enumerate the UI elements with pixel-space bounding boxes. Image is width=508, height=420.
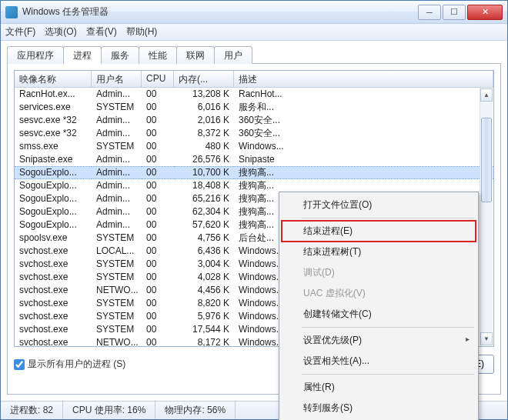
show-all-users-checkbox[interactable]: 显示所有用户的进程 (S) <box>14 358 125 371</box>
cell-memory: 4,756 K <box>174 232 234 245</box>
scroll-thumb[interactable] <box>481 118 492 202</box>
cell-memory: 26,576 K <box>174 153 234 166</box>
cell-cpu: 00 <box>142 101 174 114</box>
cell-cpu: 00 <box>142 323 174 336</box>
task-manager-window: Windows 任务管理器 ─ ☐ ✕ 文件(F) 选项(O) 查看(V) 帮助… <box>0 0 508 420</box>
cell-memory: 13,208 K <box>174 88 234 101</box>
cell-image-name: svchost.exe <box>15 323 92 336</box>
maximize-button[interactable]: ☐ <box>443 5 466 20</box>
cell-memory: 5,976 K <box>174 310 234 323</box>
cell-image-name: sesvc.exe *32 <box>15 114 92 127</box>
cell-user: SYSTEM <box>92 258 142 271</box>
menu-separator <box>302 327 474 328</box>
cell-cpu: 00 <box>142 114 174 127</box>
cell-image-name: SogouExplo... <box>15 166 92 179</box>
cell-image-name: SogouExplo... <box>15 192 92 205</box>
menu-view[interactable]: 查看(V) <box>86 25 117 38</box>
status-cpu-usage: CPU 使用率: 16% <box>63 402 155 419</box>
table-row[interactable]: SogouExplo...Admin...0010,700 K搜狗高... <box>15 166 493 179</box>
menu-options[interactable]: 选项(O) <box>45 25 76 38</box>
cell-memory: 62,304 K <box>174 205 234 218</box>
menu-end-process[interactable]: 结束进程(E) <box>282 221 476 242</box>
cell-cpu: 00 <box>142 205 174 218</box>
cell-image-name: svchost.exe <box>15 271 92 284</box>
cell-memory: 4,028 K <box>174 271 234 284</box>
cell-description: Snipaste <box>234 153 493 166</box>
cell-cpu: 00 <box>142 166 174 179</box>
cell-user: SYSTEM <box>92 232 142 245</box>
cell-cpu: 00 <box>142 310 174 323</box>
cell-memory: 3,004 K <box>174 258 234 271</box>
cell-memory: 10,700 K <box>174 166 234 179</box>
scroll-down-button[interactable]: ▼ <box>480 332 493 345</box>
menu-set-affinity[interactable]: 设置相关性(A)... <box>282 351 476 372</box>
close-button[interactable]: ✕ <box>467 5 503 20</box>
col-header-description[interactable]: 描述 <box>234 71 493 87</box>
cell-cpu: 00 <box>142 192 174 205</box>
tab-services[interactable]: 服务 <box>101 46 139 64</box>
minimize-button[interactable]: ─ <box>418 5 441 20</box>
menu-goto-service[interactable]: 转到服务(S) <box>282 398 476 418</box>
cell-user: Admin... <box>92 153 142 166</box>
menu-set-priority[interactable]: 设置优先级(P) <box>282 330 476 351</box>
table-row[interactable]: Snipaste.exeAdmin...0026,576 KSnipaste <box>15 153 493 166</box>
cell-image-name: svchost.exe <box>15 284 92 297</box>
cell-user: SYSTEM <box>92 101 142 114</box>
cell-image-name: RacnHot.ex... <box>15 88 92 101</box>
cell-memory: 4,456 K <box>174 284 234 297</box>
menu-debug: 调试(D) <box>282 262 476 283</box>
cell-memory: 18,408 K <box>174 179 234 192</box>
cell-memory: 8,172 K <box>174 336 234 347</box>
menu-create-dump[interactable]: 创建转储文件(C) <box>282 304 476 325</box>
col-header-memory[interactable]: 内存(... <box>174 71 234 87</box>
menu-properties[interactable]: 属性(R) <box>282 377 476 398</box>
cell-image-name: svchost.exe <box>15 310 92 323</box>
cell-memory: 6,016 K <box>174 101 234 114</box>
cell-user: Admin... <box>92 179 142 192</box>
tab-users[interactable]: 用户 <box>214 46 252 64</box>
menu-file[interactable]: 文件(F) <box>5 25 35 38</box>
cell-user: LOCAL... <box>92 245 142 258</box>
app-icon <box>5 6 18 18</box>
table-row[interactable]: sesvc.exe *32Admin...008,372 K360安全... <box>15 127 493 140</box>
cell-user: Admin... <box>92 114 142 127</box>
scroll-up-button[interactable]: ▲ <box>480 88 493 102</box>
show-all-users-input[interactable] <box>14 359 25 370</box>
tab-performance[interactable]: 性能 <box>139 46 177 64</box>
cell-cpu: 00 <box>142 127 174 140</box>
cell-user: NETWO... <box>92 336 142 347</box>
col-header-image[interactable]: 映像名称 <box>15 71 92 87</box>
menu-separator <box>302 218 474 218</box>
table-row[interactable]: SogouExplo...Admin...0018,408 K搜狗高... <box>15 179 493 192</box>
table-row[interactable]: services.exeSYSTEM006,016 K服务和... <box>15 101 493 114</box>
cell-user: Admin... <box>92 166 142 179</box>
col-header-cpu[interactable]: CPU <box>142 71 174 87</box>
cell-cpu: 00 <box>142 271 174 284</box>
cell-cpu: 00 <box>142 88 174 101</box>
tab-applications[interactable]: 应用程序 <box>7 46 64 64</box>
titlebar[interactable]: Windows 任务管理器 ─ ☐ ✕ <box>1 1 507 24</box>
vertical-scrollbar[interactable]: ▲ ▼ <box>480 88 493 345</box>
tab-networking[interactable]: 联网 <box>176 46 215 64</box>
cell-image-name: services.exe <box>15 101 92 114</box>
menu-open-file-location[interactable]: 打开文件位置(O) <box>282 195 476 215</box>
cell-image-name: sesvc.exe *32 <box>15 127 92 140</box>
cell-cpu: 00 <box>142 245 174 258</box>
menu-help[interactable]: 帮助(H) <box>126 25 158 38</box>
table-row[interactable]: RacnHot.ex...Admin...0013,208 KRacnHot..… <box>15 88 493 101</box>
window-title: Windows 任务管理器 <box>22 5 416 18</box>
cell-user: Admin... <box>92 127 142 140</box>
table-row[interactable]: sesvc.exe *32Admin...002,016 K360安全... <box>15 114 493 127</box>
cell-image-name: Snipaste.exe <box>15 153 92 166</box>
cell-image-name: svchost.exe <box>15 258 92 271</box>
cell-memory: 17,544 K <box>174 323 234 336</box>
tab-processes[interactable]: 进程 <box>63 46 102 64</box>
cell-user: Admin... <box>92 192 142 205</box>
cell-description: 搜狗高... <box>234 166 493 179</box>
cell-user: SYSTEM <box>92 310 142 323</box>
cell-memory: 8,372 K <box>174 127 234 140</box>
menu-end-process-tree[interactable]: 结束进程树(T) <box>282 242 476 262</box>
table-row[interactable]: smss.exeSYSTEM00480 KWindows... <box>15 140 493 153</box>
col-header-user[interactable]: 用户名 <box>92 71 142 87</box>
cell-image-name: svchost.exe <box>15 297 92 310</box>
